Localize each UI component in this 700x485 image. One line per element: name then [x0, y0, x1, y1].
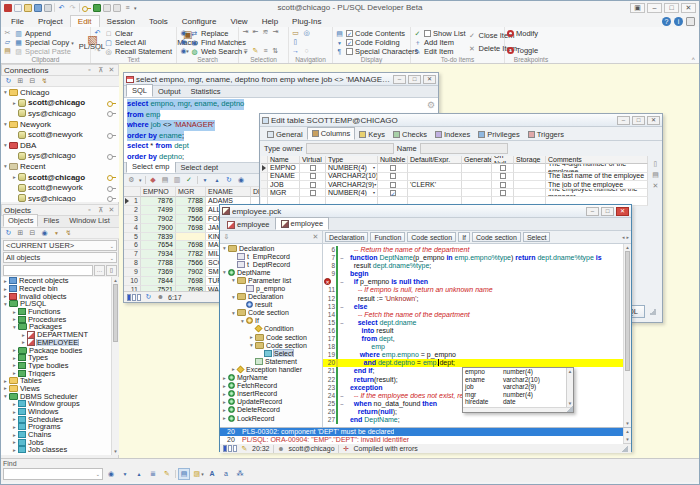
- tree-expander-icon[interactable]: ▾: [248, 342, 255, 348]
- comment-cell[interactable]: The last name of the employee: [546, 173, 648, 181]
- tab-view[interactable]: View: [223, 16, 254, 27]
- tree-expander-icon[interactable]: ▸: [2, 378, 9, 384]
- tree-expander-icon[interactable]: ▸: [11, 439, 18, 445]
- tree-item-declaration[interactable]: ▾Declaration: [220, 293, 322, 301]
- tree-item-select[interactable]: Select: [220, 349, 322, 357]
- tree-expander-icon[interactable]: ▸: [221, 383, 228, 389]
- breadcrumb-forward-icon[interactable]: ▸: [626, 234, 629, 240]
- result-cell[interactable]: 7782: [176, 250, 206, 259]
- column-header-type[interactable]: Type: [326, 156, 378, 164]
- tree-item-employee[interactable]: ▸EMPLOYEE: [1, 339, 119, 347]
- result-tab-select-dept[interactable]: Select dept: [176, 162, 224, 173]
- tree-item-mgrname[interactable]: ▸MgrName: [220, 374, 322, 382]
- add-row-icon[interactable]: [651, 160, 660, 168]
- navigate-icon[interactable]: [291, 47, 300, 55]
- tab-general[interactable]: General: [263, 129, 307, 140]
- add-item-button[interactable]: Add Item: [413, 38, 466, 47]
- log-on-icon[interactable]: [82, 5, 91, 11]
- scroll-up-icon[interactable]: ▲: [112, 277, 119, 284]
- breakpoint-icon[interactable]: [324, 278, 331, 285]
- refresh-connections-icon[interactable]: [4, 77, 13, 85]
- on-null-checkbox[interactable]: [500, 190, 506, 196]
- tree-item-t-emprecord[interactable]: t_EmpRecord: [220, 252, 322, 260]
- refresh-results-icon[interactable]: [225, 176, 234, 184]
- tree-expander-icon[interactable]: ▸: [11, 100, 18, 106]
- monitor-icon[interactable]: [686, 17, 695, 26]
- edit-table-titlebar[interactable]: Edit table SCOTT.EMP@CHICAGO – □ ✕: [260, 114, 662, 127]
- tree-item-triggers[interactable]: ▸Triggers: [1, 369, 119, 377]
- recall-statement-button[interactable]: Recall Statement: [104, 47, 172, 56]
- completion-item[interactable]: empnonumber(4): [463, 368, 573, 376]
- tree-expander-icon[interactable]: ▸: [2, 286, 9, 292]
- tree-item-scott-chicago[interactable]: ▸scott@chicago: [1, 172, 119, 183]
- copy-results-icon[interactable]: [161, 176, 170, 184]
- tree-item-deptname[interactable]: ▾DeptName: [220, 268, 322, 276]
- find-previous-icon[interactable]: [133, 468, 145, 480]
- expand-all-icon[interactable]: [16, 77, 25, 85]
- tree-item-updaterecord[interactable]: ▸UpdateRecord: [220, 398, 322, 406]
- tree-expander-icon[interactable]: ▾: [2, 89, 9, 95]
- default-cell[interactable]: 'CLERK': [408, 181, 462, 189]
- new-document-icon[interactable]: [14, 4, 22, 12]
- bookmark-set-icon[interactable]: [291, 29, 300, 37]
- tree-item-views[interactable]: ▸Views: [1, 385, 119, 393]
- type-cell[interactable]: NUMBER(4)▾: [326, 189, 378, 197]
- tab-output[interactable]: Output: [153, 86, 186, 97]
- append-button[interactable]: Append: [14, 29, 74, 38]
- tab-employee-body[interactable]: employee: [275, 217, 330, 230]
- tab-objects[interactable]: Objects: [3, 214, 38, 227]
- tree-expander-icon[interactable]: ▸: [11, 174, 18, 180]
- tree-item-dbms-scheduler[interactable]: ▾DBMS Scheduler: [1, 392, 119, 400]
- tree-expander-icon[interactable]: ▾: [230, 277, 237, 283]
- name-cell[interactable]: EMPNO: [268, 164, 300, 172]
- qat-dropdown-icon[interactable]: ▾: [134, 5, 137, 11]
- tree-expander-icon[interactable]: ▸: [221, 375, 228, 381]
- tree-item-dba[interactable]: ▾DBA: [1, 140, 119, 151]
- maximize-button[interactable]: □: [632, 116, 645, 125]
- special-paste-button[interactable]: Special Paste: [14, 47, 74, 56]
- execute-icon[interactable]: [93, 4, 101, 12]
- scrollbar-thumb[interactable]: [625, 251, 630, 371]
- tree-expander-icon[interactable]: ▸: [11, 416, 18, 422]
- sql-window-titlebar[interactable]: select empno, mgr, ename, deptno from em…: [124, 73, 438, 86]
- help-icon[interactable]: ?: [662, 17, 671, 26]
- outdent-icon[interactable]: [251, 28, 260, 36]
- undo-icon[interactable]: [93, 29, 102, 37]
- tree-item-windows[interactable]: ▸Windows: [1, 408, 119, 416]
- tree-item-invalid-objects[interactable]: ▸Invalid objects: [1, 292, 119, 300]
- tree-expander-icon[interactable]: ▾: [2, 121, 9, 127]
- tree-expander-icon[interactable]: ▾: [2, 163, 9, 169]
- virtual-cell[interactable]: [300, 181, 326, 189]
- comment-cell[interactable]: The 4-digit number of the employee: [546, 164, 648, 172]
- tree-item-p-empno[interactable]: p_empno: [220, 284, 322, 292]
- tree-item-type-bodies[interactable]: ▸Type bodies: [1, 362, 119, 370]
- error-row[interactable]: 20PL/SQL: ORA-00904: "EMP"."DEPT": inval…: [220, 436, 623, 444]
- tree-expander-icon[interactable]: ▸: [248, 334, 255, 340]
- tree-expander-icon[interactable]: ▸: [2, 293, 9, 299]
- tree-expander-icon[interactable]: ▸: [11, 355, 18, 361]
- find-next-icon[interactable]: [179, 38, 188, 46]
- breadcrumb-back-icon[interactable]: ◂: [622, 234, 625, 240]
- tree-item-pl-sql[interactable]: ▾PL/SQL: [1, 300, 119, 308]
- tree-item-procedures[interactable]: ▸Procedures: [1, 315, 119, 323]
- tree-item-jobs[interactable]: ▸Jobs: [1, 438, 119, 446]
- tree-expander-icon[interactable]: ▾: [2, 301, 9, 307]
- close-button[interactable]: ✕: [681, 3, 696, 13]
- scroll-down-icon[interactable]: ▼: [624, 436, 631, 443]
- open-icon[interactable]: [24, 4, 32, 12]
- tree-item-newyork[interactable]: ▾Newyork: [1, 119, 119, 130]
- nullable-cell[interactable]: [378, 181, 408, 189]
- filter-options-button[interactable]: …: [94, 265, 105, 276]
- on-null-cell[interactable]: [492, 189, 514, 197]
- edit-item-button[interactable]: Edit Item: [413, 47, 466, 56]
- tree-item-programs[interactable]: ▸Programs: [1, 423, 119, 431]
- tree-expander-icon[interactable]: ▾: [230, 294, 237, 300]
- result-settings-icon[interactable]: [127, 176, 136, 184]
- undo-icon[interactable]: [57, 4, 66, 12]
- tree-item-lockrecord[interactable]: ▸LockRecord: [220, 414, 322, 422]
- current-window-toggle-icon[interactable]: [178, 468, 190, 480]
- find-object-icon[interactable]: [40, 229, 49, 237]
- tab-project[interactable]: Project: [31, 16, 70, 27]
- tab-session[interactable]: Session: [100, 16, 142, 27]
- search-folder-icon[interactable]: ▾: [192, 468, 204, 480]
